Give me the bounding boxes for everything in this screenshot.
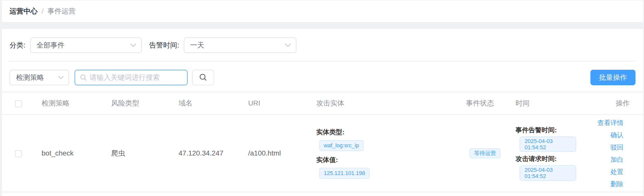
events-table: 检测策略 风险类型 域名 URI 攻击实体 事件状态 时间 操作 bot_che… [2, 92, 643, 192]
search-icon [80, 74, 87, 81]
cell-strategy: bot_check [42, 149, 111, 157]
breadcrumb-bar: 运营中心 / 事件运营 [2, 0, 643, 22]
action-whitelist[interactable]: 加白 [610, 156, 623, 163]
entity-value-label: 实体值: [316, 156, 466, 164]
search-button[interactable] [192, 70, 214, 85]
breadcrumb-separator: / [42, 7, 44, 15]
category-select[interactable]: 全部事件 [30, 38, 142, 53]
alert-time-select-value: 一天 [190, 40, 204, 50]
status-badge: 等待运营 [469, 148, 501, 158]
breadcrumb-operations-center[interactable]: 运营中心 [10, 6, 38, 16]
main-panel: 分类: 全部事件 告警时间: 一天 检测策略 请输入关键词进行 [2, 29, 643, 196]
action-delete[interactable]: 删除 [610, 180, 623, 188]
row-checkbox-cell [2, 149, 42, 157]
cell-time: 事件告警时间: 2025-04-03 01:54:52 攻击请求时间: 2025… [516, 115, 584, 192]
cell-actions: 查看详情 确认 驳回 加白 处置 删除 [584, 115, 643, 192]
col-header-attack-entity: 攻击实体 [316, 98, 466, 108]
cell-domain: 47.120.34.247 [179, 149, 248, 157]
category-select-value: 全部事件 [37, 40, 65, 50]
col-header-strategy: 检测策略 [42, 98, 111, 108]
chevron-down-icon [130, 44, 136, 47]
strategy-select-value: 检测策略 [16, 73, 44, 82]
chevron-down-icon [58, 76, 64, 79]
breadcrumb-event-operations: 事件运营 [48, 6, 76, 16]
category-label: 分类: [10, 40, 26, 50]
entity-value-tag[interactable]: 125.121.101.198 [319, 168, 370, 179]
action-reject[interactable]: 驳回 [610, 144, 623, 151]
search-placeholder: 请输入关键词进行搜索 [90, 73, 160, 82]
cell-event-status: 等待运营 [466, 148, 516, 158]
col-header-time: 时间 [516, 98, 584, 108]
search-icon [199, 73, 208, 82]
table-row: bot_check 爬虫 47.120.34.247 /a100.html 实体… [2, 115, 643, 192]
col-header-domain: 域名 [179, 98, 248, 108]
header-checkbox-cell [2, 99, 42, 107]
cell-uri: /a100.html [248, 149, 316, 157]
alert-time-select[interactable]: 一天 [184, 38, 296, 53]
col-header-actions: 操作 [616, 98, 643, 108]
batch-operation-button[interactable]: 批量操作 [590, 70, 635, 85]
table-header-row: 检测策略 风险类型 域名 URI 攻击实体 事件状态 时间 操作 [2, 92, 643, 115]
action-view-details[interactable]: 查看详情 [597, 119, 623, 126]
strategy-select[interactable]: 检测策略 [10, 70, 69, 85]
alert-time-title: 事件告警时间: [516, 126, 584, 134]
col-header-event-status: 事件状态 [466, 98, 516, 108]
search-input[interactable]: 请输入关键词进行搜索 [75, 70, 188, 85]
alert-time-label: 告警时间: [149, 40, 179, 50]
entity-type-label: 实体类型: [316, 128, 466, 136]
attack-time-tag: 2025-04-03 01:54:52 [520, 165, 576, 181]
select-all-checkbox[interactable] [15, 100, 22, 107]
action-dispose[interactable]: 处置 [610, 168, 623, 176]
alert-time-tag: 2025-04-03 01:54:52 [520, 136, 576, 152]
section-divider [9, 61, 636, 62]
cell-attack-entity: 实体类型: waf_log:src_ip 实体值: 125.121.101.19… [316, 115, 466, 192]
toolbar-row: 检测策略 请输入关键词进行搜索 批量操作 [2, 70, 643, 85]
row-checkbox[interactable] [15, 150, 22, 157]
attack-time-title: 攻击请求时间: [516, 154, 584, 163]
col-header-uri: URI [248, 99, 316, 107]
filter-row: 分类: 全部事件 告警时间: 一天 [2, 29, 643, 53]
entity-type-tag[interactable]: waf_log:src_ip [319, 140, 364, 151]
chevron-down-icon [285, 44, 291, 47]
col-header-risk-type: 风险类型 [111, 98, 179, 108]
action-confirm[interactable]: 确认 [610, 131, 623, 139]
cell-risk-type: 爬虫 [111, 148, 179, 158]
